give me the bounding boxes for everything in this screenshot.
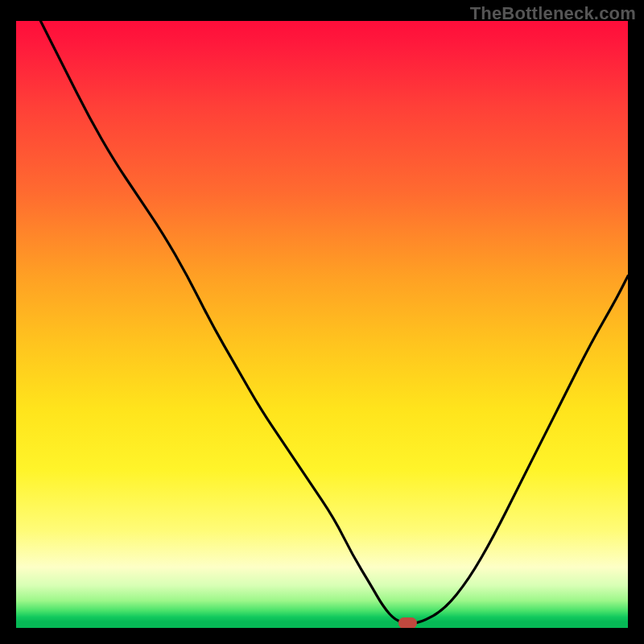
- curve-layer: [16, 21, 628, 628]
- watermark-text: TheBottleneck.com: [470, 3, 636, 24]
- chart-frame: TheBottleneck.com: [0, 0, 644, 644]
- optimal-marker: [398, 618, 416, 629]
- plot-area: [16, 21, 628, 628]
- bottleneck-curve: [40, 21, 628, 623]
